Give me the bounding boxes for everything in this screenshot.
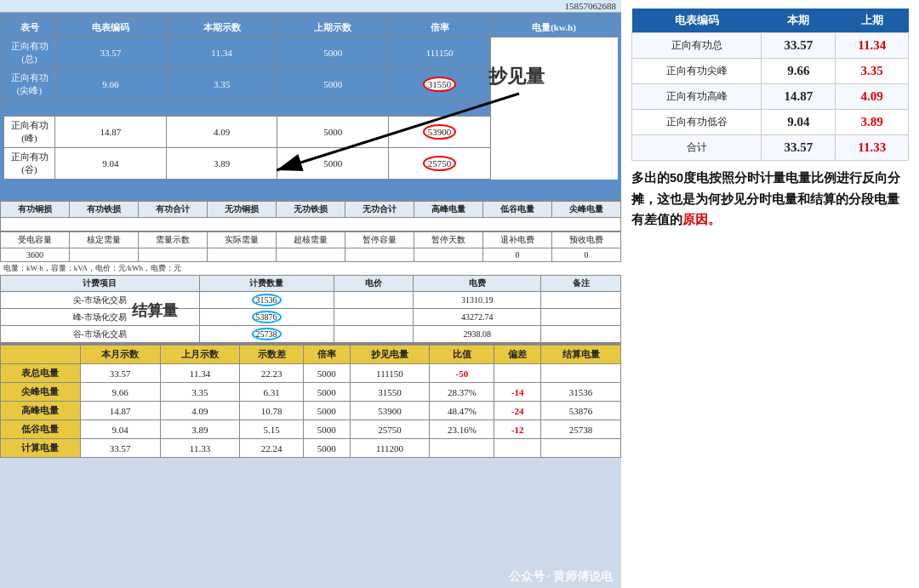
bt-dev-high: -24 <box>494 402 541 420</box>
cell-label-high: 正向有功(峰) <box>4 117 55 148</box>
mid-col-7: 高峰电量 <box>414 202 483 218</box>
capacity-table: 受电容量 核定需量 需量示数 实际需量 超核需量 暂停容量 暂停天数 退补电费 … <box>0 231 621 262</box>
rt-label-peak: 正向有功尖峰 <box>632 59 762 84</box>
fee-col-item: 计费项目 <box>1 276 200 292</box>
bt-h6: 比值 <box>430 345 494 364</box>
rt-cur-sum: 33.57 <box>762 135 836 161</box>
cap-val-1: 3600 <box>1 248 70 262</box>
mid-col-5: 无功铁损 <box>277 202 345 218</box>
cap-label-4: 实际需量 <box>208 232 277 248</box>
cell-label-total: 正向有功(总) <box>4 37 55 69</box>
fee-item-3: 谷-市场化交易 <box>1 326 200 343</box>
mid-col-9: 尖峰电量 <box>552 202 621 218</box>
bt-settle-valley: 25738 <box>541 420 621 439</box>
label-jiesuan: 结算量 <box>132 300 178 321</box>
capacity-section: 受电容量 核定需量 需量示数 实际需量 超核需量 暂停容量 暂停天数 退补电费 … <box>0 231 621 275</box>
cap-label-3: 需量示数 <box>139 232 208 248</box>
rt-row-sum: 合计 33.57 11.33 <box>632 135 909 161</box>
bt-dev-peak: -14 <box>494 383 541 402</box>
rt-h2: 上期 <box>836 9 909 33</box>
bt-diff-high: 10.78 <box>240 402 303 420</box>
fee-col-qty: 计费数量 <box>199 276 334 292</box>
mid-col-4: 无功铜损 <box>208 202 277 218</box>
bt-mult-high: 5000 <box>303 402 350 420</box>
phone-bar: 15857062688 <box>0 0 621 13</box>
left-panel: 15857062688 表号 电表编码 本期示数 上期示数 倍率 电量(kw.h… <box>0 0 621 588</box>
rt-row-high: 正向有功高峰 14.87 4.09 <box>632 84 909 110</box>
cap-val-5 <box>277 248 345 262</box>
bt-row-high: 高峰电量 14.87 4.09 10.78 5000 53900 48.47% … <box>1 402 621 420</box>
rt-last-high: 4.09 <box>836 84 909 110</box>
fee-fee-2: 43272.74 <box>414 309 541 326</box>
cap-val-2 <box>70 248 139 262</box>
cell-mult-valley: 5000 <box>277 148 389 180</box>
bt-meter-valley: 25750 <box>350 420 430 439</box>
bt-settle-peak: 31536 <box>541 383 621 402</box>
col-biaohao: 表号 <box>4 19 55 37</box>
meter-row-empty <box>4 100 618 117</box>
fee-note-2 <box>541 309 621 326</box>
rt-last-sum: 11.33 <box>836 135 909 161</box>
rt-last-peak: 3.35 <box>836 59 909 84</box>
bt-cur-calc: 33.57 <box>80 439 160 458</box>
bt-label-calc: 计算电量 <box>1 439 81 458</box>
bt-last-calc: 11.33 <box>160 439 240 458</box>
bt-dev-valley: -12 <box>494 420 541 439</box>
cap-label-1: 受电容量 <box>1 232 70 248</box>
bt-meter-peak: 31550 <box>350 383 430 402</box>
mid-row-empty <box>1 218 621 231</box>
col-dianbiao: 电表编码 <box>55 19 167 37</box>
bt-h5: 抄见电量 <box>350 345 430 364</box>
rt-cur-high: 14.87 <box>762 84 836 110</box>
cap-label-9: 预收电费 <box>552 232 621 248</box>
circle-peak: 31550 <box>423 77 457 92</box>
bt-h1: 本月示数 <box>80 345 160 364</box>
right-summary-table: 电表编码 本期 上期 正向有功总 33.57 11.34 正向有功尖峰 9.66… <box>631 9 909 161</box>
bt-diff-valley: 5.15 <box>240 420 303 439</box>
col-beilv: 倍率 <box>389 19 491 37</box>
cell-cur-valley: 9.04 <box>55 148 167 180</box>
bt-cur-valley: 9.04 <box>80 420 160 439</box>
bt-settle-high: 53876 <box>541 402 621 420</box>
cell-cur-total: 33.57 <box>55 37 167 69</box>
bt-meter-total: 111150 <box>350 364 430 383</box>
cell-elec-high: 53900 <box>389 117 491 148</box>
mid-col-6: 无功合计 <box>345 202 414 218</box>
fee-qty-1: 31536 <box>199 292 334 309</box>
bt-last-valley: 3.89 <box>160 420 240 439</box>
cap-label-6: 暂停容量 <box>345 232 414 248</box>
fee-col-note: 备注 <box>541 276 621 292</box>
cap-val-7 <box>414 248 483 262</box>
bt-diff-peak: 6.31 <box>240 383 303 402</box>
mid-col-8: 低谷电量 <box>483 202 552 218</box>
bottom-table-wrap: 本月示数 上月示数 示数差 倍率 抄见电量 比值 偏差 结算电量 表总电量 33… <box>0 343 621 458</box>
fee-qty-2: 53876 <box>199 309 334 326</box>
rt-cur-valley: 9.04 <box>762 110 836 135</box>
fee-row-2: 峰-市场化交易 53876 43272.74 <box>1 309 621 326</box>
bt-meter-calc: 111200 <box>350 439 430 458</box>
rt-label-sum: 合计 <box>632 135 762 161</box>
right-panel: 电表编码 本期 上期 正向有功总 33.57 11.34 正向有功尖峰 9.66… <box>621 0 919 588</box>
cell-cur-high: 14.87 <box>55 117 167 148</box>
fee-price-2 <box>334 309 414 326</box>
cell-last-total: 11.34 <box>166 37 277 69</box>
bt-label-valley: 低谷电量 <box>1 420 81 439</box>
capacity-values: 3600 0 0 <box>1 248 621 262</box>
cap-val-3 <box>139 248 208 262</box>
meter-image-area: 表号 电表编码 本期示数 上期示数 倍率 电量(kw.h) 正向有功(总) 33… <box>0 13 621 200</box>
fee-price-1 <box>334 292 414 309</box>
bt-h0 <box>1 345 81 364</box>
bt-diff-calc: 22.24 <box>240 439 303 458</box>
bt-label-high: 高峰电量 <box>1 402 81 420</box>
rt-cur-total: 33.57 <box>762 33 836 59</box>
bt-h7: 偏差 <box>494 345 541 364</box>
watermark: 公众号 · 黄师傅说电 <box>509 569 614 585</box>
cap-val-9: 0 <box>552 248 621 262</box>
cap-label-2: 核定需量 <box>70 232 139 248</box>
cell-mult-peak: 5000 <box>277 69 389 100</box>
bt-cur-total: 33.57 <box>80 364 160 383</box>
bt-h2: 上月示数 <box>160 345 240 364</box>
mid-col-1: 有功铜损 <box>1 202 70 218</box>
bt-dev-calc <box>494 439 541 458</box>
rt-label-valley: 正向有功低谷 <box>632 110 762 135</box>
